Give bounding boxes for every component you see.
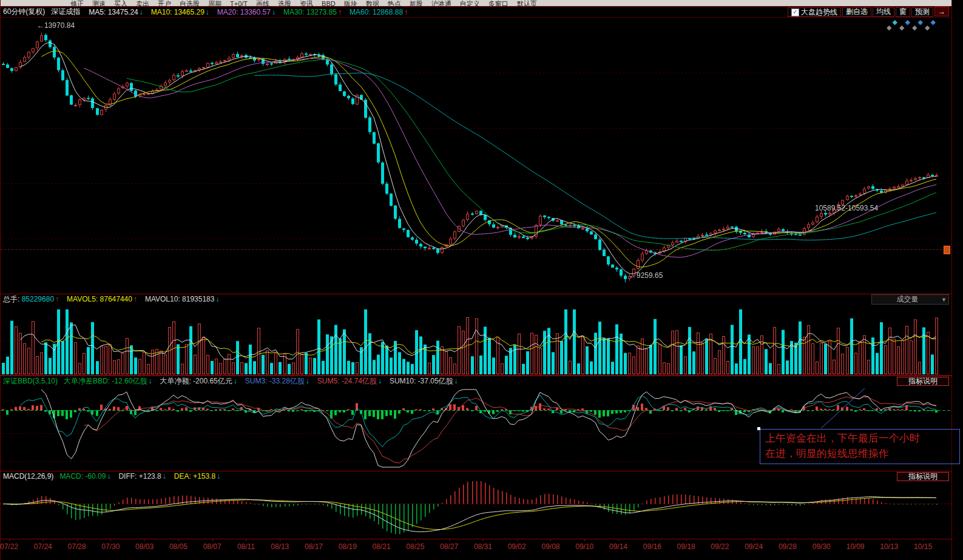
macd-title: MACD(12,26,9) [3, 472, 53, 481]
macd-chart-canvas[interactable] [1, 481, 951, 539]
trend-line-toggle[interactable]: ✓大盘趋势线 [788, 7, 841, 17]
axis-tick [212, 539, 213, 541]
menu-item-7[interactable]: T+0/T [230, 0, 248, 6]
menu-item-2[interactable]: 买入 [114, 0, 127, 6]
axis-tick [348, 539, 348, 541]
macd-indicators: MACD: -60.09↓DIFF: +123.8↓DEA: +153.8↓ [59, 472, 228, 481]
axis-tick [314, 539, 314, 541]
toolbar-button-3[interactable]: 预测 [911, 7, 933, 17]
macd-field-value: -60.09 [85, 472, 106, 481]
window-layout-icon-0[interactable]: ◆◆ [886, 19, 899, 32]
ma-field-0: MA5: 13475.24↓ [89, 8, 143, 16]
bbd-field-value: -33.28亿股 [269, 377, 305, 385]
down-arrow-icon: ↓ [148, 377, 152, 385]
menu-item-18[interactable]: 多窗口 [488, 0, 509, 6]
toolbar-button-1[interactable]: 均线 [873, 7, 894, 17]
menu-item-15[interactable]: 新股 [410, 0, 423, 6]
axis-tick [144, 539, 145, 541]
bbd-indicator-help-button[interactable]: 指标说明 [897, 377, 949, 386]
menu-item-4[interactable]: 开户 [158, 0, 171, 6]
volume-field-1: MAVOL5: 87647440↑ [67, 295, 137, 303]
bbd-chart-pane: 上午资金在出，下午最后一个小时 在进，明显的短线思维操作 [1, 386, 951, 471]
date-label-27: 10/15 [914, 542, 932, 551]
date-label-16: 09/08 [541, 542, 559, 551]
date-label-21: 09/22 [711, 542, 729, 551]
date-label-20: 09/18 [677, 542, 695, 551]
volume-field-value: 81935183 [182, 295, 214, 303]
menu-item-6[interactable]: 周期 [208, 0, 221, 6]
volume-chart-pane [1, 305, 951, 376]
menu-item-14[interactable]: 热点 [388, 0, 401, 6]
date-label-3: 07/30 [101, 542, 120, 551]
volume-field-value: 85229680 [22, 295, 54, 303]
menu-item-13[interactable]: 数据 [366, 0, 379, 6]
menu-item-17[interactable]: 自定义 [460, 0, 480, 6]
window-layout-icon-3[interactable]: ◆◆ [924, 19, 937, 32]
axis-tick [923, 539, 924, 541]
axis-tick [9, 539, 10, 541]
volume-type-dropdown[interactable]: 成交量 ▼ [871, 294, 949, 305]
trend-line-label: 大盘趋势线 [801, 7, 837, 18]
trough-price-label: ←9259.65 [629, 271, 663, 280]
diamond-icon: ◆ [893, 19, 897, 25]
volume-chart-canvas[interactable] [1, 305, 951, 376]
macd-field-label: DIFF: [118, 472, 138, 481]
menu-item-16[interactable]: 沪港通 [431, 0, 451, 6]
up-arrow-icon: ↑ [133, 295, 137, 303]
ma-indicators: MA5: 13475.24↓MA10: 13465.29↓MA20: 13360… [89, 8, 416, 16]
bbd-field-label: SUM3: [245, 377, 269, 385]
macd-field-value: +153.8 [193, 472, 215, 481]
toolbar-button-2[interactable]: 窗 [896, 7, 910, 17]
axis-tick [517, 539, 518, 541]
diamond-icon: ◆ [912, 24, 917, 31]
annotation-box[interactable]: 上午资金在出，下午最后一个小时 在进，明显的短线思维操作 [760, 429, 960, 464]
down-arrow-icon: ↓ [206, 8, 209, 16]
macd-field-label: MACD: [59, 472, 85, 481]
volume-type-label: 成交量 [874, 294, 941, 305]
annotation-handle[interactable] [757, 427, 760, 430]
bbd-field-label: 大单净额: [160, 377, 193, 385]
menu-item-19[interactable]: 默认页 [517, 0, 537, 6]
date-label-0: 07/22 [0, 542, 18, 551]
date-label-7: 08/11 [237, 542, 255, 551]
chart-frame: 修正测速买入卖出开户自选股周期T+0/T画线选股资讯BBD版块数据热点新股沪港通… [0, 0, 952, 560]
bbd-title: 深证BBD(3,5,10) [3, 376, 58, 386]
window-layout-icon-1[interactable]: ◆◆ [899, 19, 911, 32]
bbd-field-label: 大单净差BBD: [64, 377, 112, 385]
axis-tick [483, 539, 484, 541]
down-arrow-icon: ↓ [107, 472, 110, 481]
date-label-17: 09/10 [575, 542, 593, 551]
axis-tick [178, 539, 179, 541]
menu-item-11[interactable]: BBD [322, 0, 336, 6]
menu-item-3[interactable]: 卖出 [136, 0, 149, 6]
menu-item-1[interactable]: 测速 [92, 0, 106, 6]
date-label-15: 09/02 [508, 542, 526, 551]
menu-item-12[interactable]: 版块 [344, 0, 357, 6]
menu-item-8[interactable]: 画线 [256, 0, 269, 6]
date-label-19: 09/16 [643, 542, 661, 551]
menu-item-9[interactable]: 选股 [278, 0, 291, 6]
main-chart-header: 60分钟(复权) 深证成指 MA5: 13475.24↓MA10: 13465.… [1, 6, 951, 17]
date-label-13: 08/27 [440, 542, 458, 551]
annotation-callout-line [811, 386, 884, 430]
diamond-icon: ◆ [918, 19, 923, 25]
ma-field-value: 12868.88 [373, 8, 403, 16]
menu-item-5[interactable]: 自选股 [180, 0, 200, 6]
window-layout-icon-2[interactable]: ◆◆ [911, 19, 924, 32]
macd-indicator-help-button[interactable]: 指标说明 [897, 472, 949, 481]
down-arrow-icon: ↓ [306, 377, 309, 385]
axis-tick [720, 539, 720, 541]
bbd-field-label: SUM10: [390, 377, 418, 385]
diamond-icon: ◆ [925, 24, 930, 31]
macd-field-1: DIFF: +123.8↓ [118, 472, 166, 481]
next-window-icon[interactable]: → [934, 7, 949, 16]
ma-field-value: 13273.85 [306, 8, 337, 16]
menu-item-0[interactable]: 修正 [70, 0, 84, 6]
axis-tick [110, 539, 111, 541]
toolbar-button-0[interactable]: 删自选 [842, 7, 871, 17]
menu-item-10[interactable]: 资讯 [300, 0, 313, 6]
up-arrow-icon: ↑ [55, 295, 59, 303]
main-chart-canvas[interactable] [1, 18, 951, 294]
down-arrow-icon: ↓ [454, 377, 458, 385]
trend-checkbox[interactable]: ✓ [791, 8, 799, 16]
